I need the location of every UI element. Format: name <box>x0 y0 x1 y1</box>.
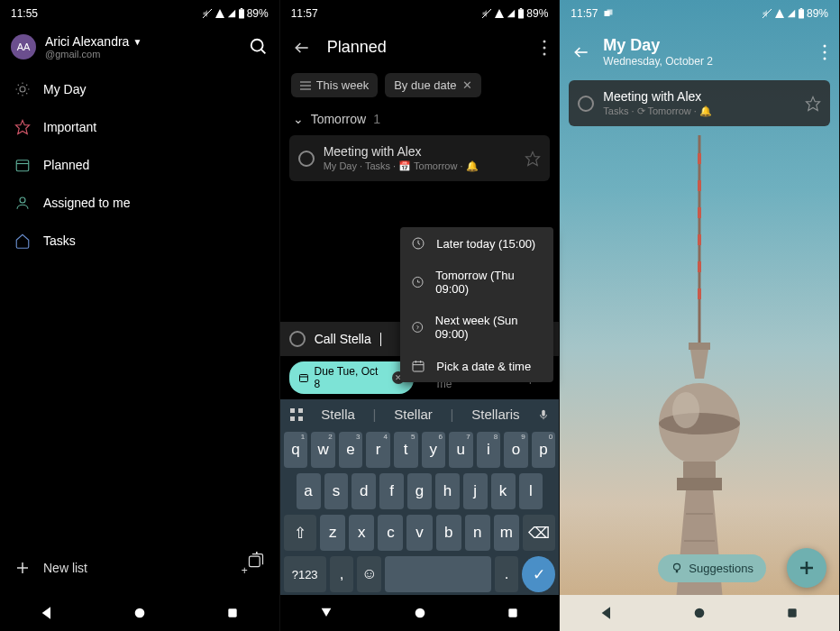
kb-suggestion[interactable]: Stellar <box>394 407 433 422</box>
back-button[interactable] <box>599 606 614 620</box>
svg-rect-15 <box>16 160 29 171</box>
svg-point-79 <box>674 563 680 570</box>
key[interactable]: h <box>435 473 460 509</box>
back-button[interactable] <box>319 606 333 620</box>
recents-button[interactable] <box>785 606 799 620</box>
mic-icon[interactable] <box>537 408 550 421</box>
key[interactable]: , <box>330 556 354 592</box>
key[interactable]: . <box>495 556 519 592</box>
add-task-fab[interactable] <box>787 548 826 588</box>
key[interactable]: m <box>494 515 519 551</box>
add-group-icon[interactable]: + <box>247 552 265 584</box>
star-icon[interactable] <box>805 96 821 112</box>
back-icon[interactable] <box>293 39 311 57</box>
home-button[interactable] <box>413 606 427 620</box>
key[interactable]: o9 <box>504 432 528 468</box>
key[interactable]: p0 <box>532 432 556 468</box>
recents-button[interactable] <box>225 606 240 620</box>
key[interactable]: j <box>463 473 488 509</box>
home-button[interactable] <box>692 606 707 620</box>
key[interactable]: e3 <box>339 432 363 468</box>
star-icon[interactable] <box>525 151 541 167</box>
popup-tomorrow[interactable]: Tomorrow (Thu 09:00) <box>400 260 553 305</box>
sidebar-item-myday[interactable]: My Day <box>0 70 279 108</box>
avatar[interactable]: AA <box>11 34 36 59</box>
key[interactable]: w2 <box>311 432 335 468</box>
key[interactable]: g <box>407 473 432 509</box>
kb-suggestion[interactable]: Stella <box>321 407 355 422</box>
task-checkbox[interactable] <box>578 96 594 112</box>
svg-line-12 <box>18 93 19 94</box>
key[interactable]: q1 <box>284 432 308 468</box>
search-icon[interactable] <box>249 37 269 57</box>
emoji-key[interactable]: ☺ <box>357 556 381 592</box>
sidebar-item-planned[interactable]: Planned <box>0 146 279 184</box>
kb-suggestion[interactable]: Stellaris <box>471 407 519 422</box>
plus-icon[interactable] <box>14 560 31 576</box>
status-time: 11:57 <box>571 7 598 20</box>
key[interactable]: i8 <box>477 432 501 468</box>
profile-row[interactable]: AA Arici Alexandra▼ @gmail.com <box>0 27 279 67</box>
suggestions-button[interactable]: Suggestions <box>658 554 766 582</box>
key[interactable]: d <box>352 473 376 509</box>
shift-key[interactable]: ⇧ <box>284 515 317 551</box>
task-checkbox[interactable] <box>289 331 306 347</box>
key[interactable]: c <box>378 515 403 551</box>
background-image <box>560 130 839 595</box>
popup-nextweek[interactable]: Next week (Sun 09:00) <box>400 305 553 350</box>
key[interactable]: t5 <box>394 432 418 468</box>
sidebar-item-label: My Day <box>43 82 86 96</box>
more-icon[interactable] <box>543 40 546 56</box>
key[interactable]: n <box>465 515 490 551</box>
send-key[interactable]: ✓ <box>522 556 555 592</box>
close-icon[interactable]: ✕ <box>462 78 472 92</box>
popup-later-today[interactable]: Later today (15:00) <box>400 227 553 260</box>
key[interactable]: z <box>320 515 345 551</box>
section-header[interactable]: ⌄ Tomorrow 1 <box>280 103 560 135</box>
svg-point-59 <box>824 50 826 53</box>
svg-point-29 <box>543 40 546 42</box>
back-icon[interactable] <box>572 43 590 61</box>
space-key[interactable] <box>385 556 490 592</box>
more-icon[interactable] <box>823 44 826 60</box>
new-list-label[interactable]: New list <box>43 561 87 575</box>
popup-pick-date[interactable]: Pick a date & time <box>400 350 553 382</box>
sidebar-item-tasks[interactable]: Tasks <box>0 222 279 260</box>
recents-button[interactable] <box>506 606 520 620</box>
task-checkbox[interactable] <box>298 151 315 167</box>
key[interactable]: r4 <box>366 432 390 468</box>
myday-header: My Day Wednesday, October 2 <box>560 27 839 77</box>
back-button[interactable] <box>40 606 54 620</box>
chip-duedate[interactable]: By due date ✕ <box>385 73 480 97</box>
svg-point-84 <box>695 608 705 618</box>
new-task-input[interactable]: Call Stella <box>315 332 371 346</box>
key[interactable]: u7 <box>449 432 473 468</box>
key[interactable]: s <box>324 473 349 509</box>
svg-point-73 <box>672 392 699 428</box>
status-time: 11:55 <box>11 7 38 20</box>
key[interactable]: a <box>297 473 321 509</box>
key[interactable]: l <box>519 473 543 509</box>
keyboard-settings-icon[interactable] <box>289 407 304 422</box>
symbols-key[interactable]: ?123 <box>284 556 326 592</box>
svg-rect-51 <box>508 608 516 617</box>
sidebar-item-important[interactable]: Important <box>0 108 279 146</box>
status-icons: 89% <box>762 7 828 20</box>
task-card[interactable]: Meeting with Alex My Day · Tasks · 📅 Tom… <box>289 135 551 181</box>
key[interactable]: f <box>379 473 404 509</box>
page-date: Wednesday, October 2 <box>603 55 713 68</box>
key[interactable]: y6 <box>422 432 446 468</box>
key[interactable]: b <box>436 515 461 551</box>
sidebar-item-assigned[interactable]: Assigned to me <box>0 184 279 222</box>
svg-rect-56 <box>800 8 802 9</box>
key[interactable]: k <box>491 473 516 509</box>
due-date-pill[interactable]: Due Tue, Oct 8 ✕ <box>289 361 414 394</box>
task-meta: My Day · Tasks · 📅 Tomorrow · 🔔 <box>324 160 516 172</box>
home-button[interactable] <box>132 606 147 620</box>
key[interactable]: x <box>349 515 374 551</box>
task-card[interactable]: Meeting with Alex Tasks · ⟳ Tomorrow · 🔔 <box>569 80 830 126</box>
key[interactable]: v <box>406 515 432 551</box>
task-title: Meeting with Alex <box>324 144 516 159</box>
backspace-key[interactable]: ⌫ <box>523 515 556 551</box>
chip-thisweek[interactable]: This week <box>291 73 379 97</box>
